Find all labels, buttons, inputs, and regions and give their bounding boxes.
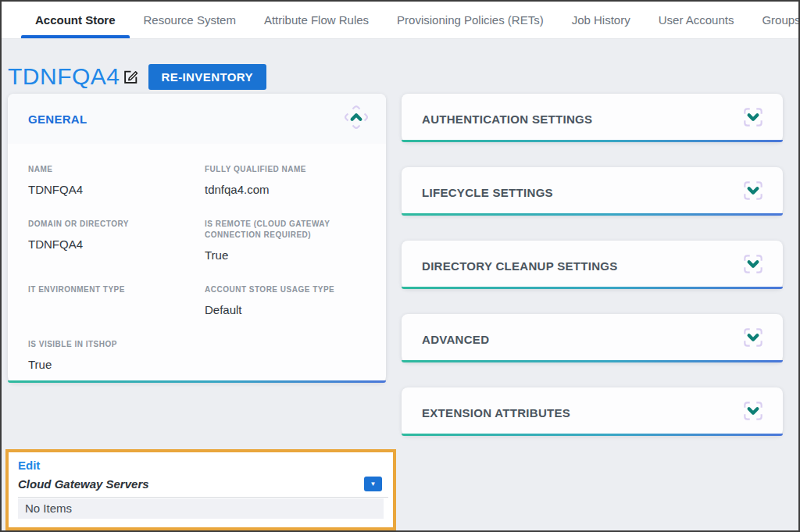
section-header[interactable]: ADVANCED [402, 314, 783, 364]
tab-attribute-flow-rules[interactable]: Attribute Flow Rules [250, 2, 383, 38]
tab-account-store[interactable]: Account Store [21, 2, 130, 38]
field-fully-qualified-name: FULLY QUALIFIED NAME tdnfqa4.com [205, 164, 370, 197]
section-title: AUTHENTICATION SETTINGS [422, 112, 592, 126]
tab-bar: Account Store Resource System Attribute … [2, 2, 798, 39]
field-value: TDNFQA4 [28, 237, 194, 252]
divider [18, 497, 388, 498]
edit-pencil-icon[interactable] [122, 68, 139, 88]
advanced-card: ADVANCED [402, 314, 783, 362]
left-column: GENERAL [8, 94, 386, 436]
field-name: NAME TDNFQA4 [28, 164, 194, 197]
edit-link[interactable]: Edit [18, 459, 40, 472]
page-title: TDNFQA4 [8, 63, 120, 90]
tab-resource-system[interactable]: Resource System [130, 2, 250, 38]
section-header[interactable]: DIRECTORY CLEANUP SETTINGS [402, 241, 783, 291]
section-header[interactable]: LIFECYCLE SETTINGS [402, 167, 783, 217]
field-is-remote: IS REMOTE (CLOUD GATEWAY CONNECTION REQU… [205, 219, 370, 262]
field-value [28, 303, 194, 317]
field-value: TDNFQA4 [28, 183, 194, 197]
chevron-up-icon[interactable] [344, 105, 369, 133]
general-fields: NAME TDNFQA4 FULLY QUALIFIED NAME tdnfqa… [8, 144, 386, 372]
app-window: Account Store Resource System Attribute … [0, 0, 800, 532]
field-label: ACCOUNT STORE USAGE TYPE [205, 284, 370, 295]
chevron-down-icon[interactable] [741, 178, 766, 206]
field-label: FULLY QUALIFIED NAME [205, 164, 370, 175]
field-it-environment-type: IT ENVIRONMENT TYPE [28, 284, 194, 317]
gateway-panel-title: Cloud Gateway Servers [18, 477, 149, 491]
field-label: IS VISIBLE IN ITSHOP [28, 339, 194, 350]
gateway-title-row: Cloud Gateway Servers ▼ [18, 477, 388, 491]
field-value: tdnfqa4.com [205, 183, 370, 197]
gateway-dropdown-button[interactable]: ▼ [364, 477, 382, 491]
section-header[interactable]: AUTHENTICATION SETTINGS [402, 94, 783, 144]
authentication-settings-card: AUTHENTICATION SETTINGS [402, 94, 783, 142]
general-card-title: GENERAL [28, 112, 87, 126]
title-row: TDNFQA4 RE-INVENTORY [8, 62, 783, 91]
section-header[interactable]: EXTENSION ATTRIBUTES [402, 387, 783, 437]
directory-cleanup-settings-card: DIRECTORY CLEANUP SETTINGS [402, 241, 783, 289]
section-title: EXTENSION ATTRIBUTES [422, 406, 570, 420]
re-inventory-button[interactable]: RE-INVENTORY [148, 64, 266, 90]
field-value: True [205, 248, 370, 262]
tab-job-history[interactable]: Job History [558, 2, 645, 38]
tab-user-accounts[interactable]: User Accounts [645, 2, 748, 38]
field-value: True [28, 358, 194, 372]
chevron-down-icon[interactable] [741, 252, 766, 280]
field-label: DOMAIN OR DIRECTORY [28, 219, 194, 230]
chevron-down-icon[interactable] [741, 398, 766, 427]
field-label: IS REMOTE (CLOUD GATEWAY CONNECTION REQU… [205, 219, 370, 241]
cloud-gateway-servers-panel: Edit Cloud Gateway Servers ▼ No Items [5, 449, 396, 530]
no-items-row: No Items [18, 498, 384, 519]
lifecycle-settings-card: LIFECYCLE SETTINGS [402, 167, 783, 216]
field-label: IT ENVIRONMENT TYPE [28, 284, 194, 295]
section-title: LIFECYCLE SETTINGS [422, 186, 553, 199]
general-card-header[interactable]: GENERAL [8, 94, 386, 144]
two-column-layout: GENERAL [8, 94, 783, 436]
section-title: ADVANCED [422, 333, 489, 346]
tab-groups[interactable]: Groups [748, 2, 800, 38]
general-card: GENERAL [8, 94, 386, 383]
field-domain-or-directory: DOMAIN OR DIRECTORY TDNFQA4 [28, 219, 194, 262]
field-value: Default [205, 303, 370, 317]
chevron-down-icon[interactable] [741, 325, 766, 353]
section-title: DIRECTORY CLEANUP SETTINGS [422, 259, 618, 273]
field-is-visible-in-itshop: IS VISIBLE IN ITSHOP True [28, 339, 194, 372]
chevron-down-icon[interactable] [741, 105, 766, 133]
right-column: AUTHENTICATION SETTINGS [402, 94, 783, 436]
field-label: NAME [28, 164, 194, 175]
extension-attributes-card: EXTENSION ATTRIBUTES [402, 387, 783, 436]
page-content: TDNFQA4 RE-INVENTORY GENERAL [2, 39, 798, 530]
tab-provisioning-policies[interactable]: Provisioning Policies (RETs) [383, 2, 558, 38]
field-account-store-usage-type: ACCOUNT STORE USAGE TYPE Default [205, 284, 370, 317]
chevron-down-icon: ▼ [370, 481, 377, 487]
